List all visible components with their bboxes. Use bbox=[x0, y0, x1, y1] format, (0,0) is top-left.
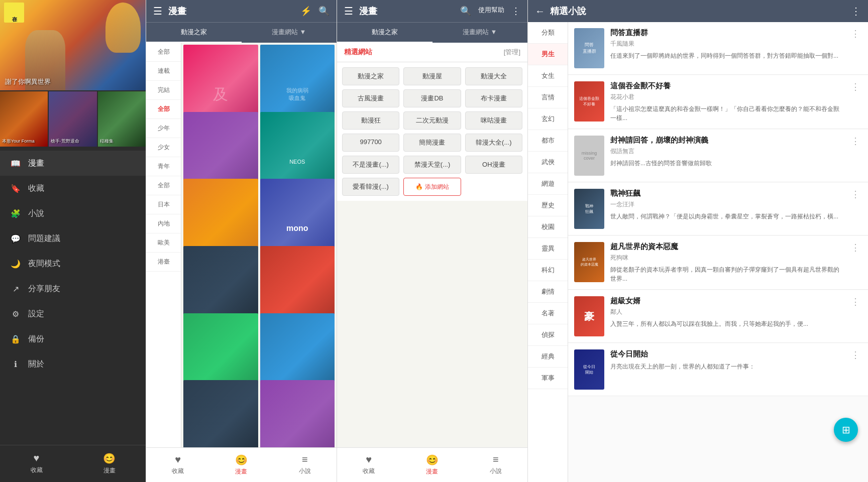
novel-more-6[interactable]: ⋮ bbox=[849, 296, 862, 336]
cat-weird[interactable]: 靈異 bbox=[528, 238, 568, 260]
novel-more-3[interactable]: ⋮ bbox=[849, 136, 862, 176]
cat-male[interactable]: 男生 bbox=[528, 44, 568, 65]
panel4-more-button[interactable]: ⋮ bbox=[851, 5, 861, 17]
novel-cover-2: 這個吞金獸不好養 bbox=[574, 81, 604, 122]
panel3-nav-collect[interactable]: ♥ 收藏 bbox=[337, 448, 400, 482]
site-dongmanwu[interactable]: 動漫屋 bbox=[403, 67, 461, 85]
filter-west[interactable]: 歐美 bbox=[146, 233, 181, 253]
novel-item-7[interactable]: 從今日開始 從今日開始 月亮出現在天上的那一刻，世界的人都知道了一件事： ⋮ bbox=[568, 343, 868, 396]
site-ohcomics[interactable]: OH漫畫 bbox=[465, 156, 522, 174]
panel2-filter-sidebar: 全部 連載 完結 全部 少年 少女 青年 全部 日本 內地 歐美 港臺 bbox=[146, 43, 181, 447]
cat-female[interactable]: 女生 bbox=[528, 65, 568, 87]
panel3-nav-manga[interactable]: 😊 漫畫 bbox=[400, 448, 464, 482]
cat-all[interactable]: 分類 bbox=[528, 22, 568, 44]
cat-romance[interactable]: 言情 bbox=[528, 87, 568, 108]
filter-all3[interactable]: 全部 bbox=[146, 176, 181, 195]
novel-item-6[interactable]: 豪 超級女婿 鄰人 入贅三年，所有人都以為可以踩在我臉上。而我，只等她牽起我的手… bbox=[568, 290, 868, 343]
novel-item-4[interactable]: 戰神狂飆 戰神狂飆 一念汪洋 世人敵問，何謂戰神？「便是以肉身霸世，拳囊星空，掌… bbox=[568, 183, 868, 235]
site-2dcartoon[interactable]: 二次元動漫 bbox=[403, 111, 461, 130]
sidebar-item-nightmode[interactable]: 🌙 夜間模式 bbox=[0, 251, 146, 276]
filter-all2[interactable]: 全部 bbox=[146, 100, 181, 119]
panel2-nav-collect[interactable]: ♥ 收藏 bbox=[146, 448, 209, 482]
novel-item-2[interactable]: 這個吞金獸不好養 這個吞金獸不好養 花花小君 「這小祖宗怎麼這麼真的和吞金獸一樣… bbox=[568, 75, 868, 129]
novel-more-1[interactable]: ⋮ bbox=[849, 28, 862, 68]
panel3-tab-mangasite[interactable]: 漫畫網站 ▼ bbox=[432, 23, 528, 43]
panel2-nav-manga[interactable]: 😊 漫畫 bbox=[209, 448, 273, 482]
filter-hktw[interactable]: 港臺 bbox=[146, 253, 181, 272]
cat-classic[interactable]: 經典 bbox=[528, 346, 568, 368]
site-ilovekr[interactable]: 愛看韓漫(...) bbox=[342, 178, 399, 196]
novel-more-7[interactable]: ⋮ bbox=[849, 349, 862, 390]
novel-item-5[interactable]: 超凡世界的資本惡魔 超凡世界的資本惡魔 死狗咪 師從老顏子的資本玩弄者李明，因真… bbox=[568, 236, 868, 290]
cat-fantasy[interactable]: 玄幻 bbox=[528, 108, 568, 130]
novel-more-2[interactable]: ⋮ bbox=[849, 81, 862, 123]
cat-scifi[interactable]: 科幻 bbox=[528, 260, 568, 281]
panel2-tab-mangasite[interactable]: 漫畫網站 ▼ bbox=[242, 23, 337, 43]
filter-japan[interactable]: 日本 bbox=[146, 195, 181, 214]
novel-item-3[interactable]: missing cover 封神請回答，崩壞的封神演義 假語無言 封神請回答..… bbox=[568, 130, 868, 182]
site-miaomiao[interactable]: 咪咕漫畫 bbox=[465, 111, 522, 130]
sidebar-item-manga[interactable]: 📖 漫畫 bbox=[0, 151, 146, 176]
panel2-nav-novel[interactable]: ≡ 小說 bbox=[273, 448, 337, 482]
thumb-2[interactable]: 槍手·荒野退命 bbox=[49, 91, 96, 147]
site-handaquan[interactable]: 韓漫大全(...) bbox=[465, 134, 522, 152]
bottom-collect-button[interactable]: ♥ 收藏 bbox=[0, 445, 73, 482]
cat-urban[interactable]: 都市 bbox=[528, 130, 568, 152]
thumb-3[interactable]: 稲種集 bbox=[98, 91, 146, 147]
panel3-menu-icon[interactable]: ☰ bbox=[344, 5, 353, 17]
panel3-more-icon[interactable]: ⋮ bbox=[511, 6, 520, 17]
filter-all1[interactable]: 全部 bbox=[146, 43, 181, 62]
sidebar-item-about[interactable]: ℹ 關於 bbox=[0, 351, 146, 377]
filter-mainland[interactable]: 內地 bbox=[146, 214, 181, 233]
novel-more-5[interactable]: ⋮ bbox=[849, 242, 862, 283]
cat-history[interactable]: 歷史 bbox=[528, 195, 568, 216]
panel2-tab-dongman[interactable]: 動漫之家 bbox=[146, 23, 242, 43]
site-jianjian[interactable]: 簡簡漫畫 bbox=[403, 134, 461, 152]
site-nocomics[interactable]: 不是漫畫(...) bbox=[342, 156, 399, 174]
site-dongmanzj[interactable]: 動漫之家 bbox=[342, 67, 399, 85]
add-site-button[interactable]: 🔥 添加網站 bbox=[403, 178, 461, 196]
sidebar-item-backup[interactable]: 🔒 備份 bbox=[0, 326, 146, 351]
filter-youth[interactable]: 青年 bbox=[146, 157, 181, 176]
cat-drama[interactable]: 劇情 bbox=[528, 281, 568, 303]
book-12[interactable]: 愛有些沉重的黑暗精靈從... bbox=[260, 380, 335, 447]
cat-famous[interactable]: 名著 bbox=[528, 303, 568, 324]
filter-complete[interactable]: 完結 bbox=[146, 81, 181, 100]
back-button[interactable]: ← bbox=[535, 6, 545, 17]
panel3-help-text[interactable]: 使用幫助 bbox=[478, 6, 504, 17]
manage-button[interactable]: [管理] bbox=[504, 48, 520, 57]
site-gufeng[interactable]: 古風漫畫 bbox=[342, 89, 399, 107]
site-mangadb[interactable]: 漫畫DB bbox=[403, 89, 461, 107]
thumb-1[interactable]: 本形Your Forma bbox=[0, 91, 48, 147]
cat-campus[interactable]: 校園 bbox=[528, 216, 568, 238]
cat-wuxia[interactable]: 武俠 bbox=[528, 152, 568, 173]
site-buka[interactable]: 布卡漫畫 bbox=[465, 89, 522, 107]
panel3-search-icon[interactable]: 🔍 bbox=[460, 6, 471, 17]
panel3-tab-dongman[interactable]: 動漫之家 bbox=[337, 23, 432, 43]
panel2-search-icon[interactable]: 🔍 bbox=[318, 6, 330, 17]
site-997700[interactable]: 997700 bbox=[342, 134, 399, 152]
collect-icon-p3: ♥ bbox=[366, 454, 372, 465]
bottom-manga-button[interactable]: 😊 漫畫 bbox=[73, 445, 146, 482]
fab-button[interactable]: ⊞ bbox=[834, 418, 858, 442]
filter-shonen[interactable]: 少年 bbox=[146, 119, 181, 138]
sidebar-item-novel[interactable]: 🧩 小說 bbox=[0, 201, 146, 226]
cat-online[interactable]: 網遊 bbox=[528, 173, 568, 195]
site-dongmanku[interactable]: 動漫狂 bbox=[342, 111, 399, 130]
site-jincomics[interactable]: 禁漫天堂(...) bbox=[403, 156, 461, 174]
cat-military[interactable]: 軍事 bbox=[528, 368, 568, 389]
panel2-lightning-icon[interactable]: ⚡ bbox=[300, 6, 311, 17]
novel-more-4[interactable]: ⋮ bbox=[849, 189, 862, 229]
sidebar-item-feedback[interactable]: 💬 問題建議 bbox=[0, 226, 146, 251]
site-dongmandq[interactable]: 動漫大全 bbox=[465, 67, 522, 85]
novel-item-1[interactable]: 問答直播群 問答直播群 千風隨果 任道來到了一個即將終結的世界，同時得到一個問答… bbox=[568, 22, 868, 75]
book-11[interactable]: 致初戀 bbox=[183, 380, 258, 447]
filter-serial[interactable]: 連載 bbox=[146, 62, 181, 81]
filter-shoujo[interactable]: 少女 bbox=[146, 138, 181, 157]
sidebar-item-settings[interactable]: ⚙ 設定 bbox=[0, 301, 146, 326]
sidebar-item-collect[interactable]: 🔖 收藏 bbox=[0, 176, 146, 201]
sidebar-item-share[interactable]: ↗ 分享朋友 bbox=[0, 276, 146, 301]
panel3-nav-novel[interactable]: ≡ 小說 bbox=[464, 448, 527, 482]
panel2-menu-icon[interactable]: ☰ bbox=[153, 5, 162, 17]
cat-detective[interactable]: 偵探 bbox=[528, 324, 568, 346]
